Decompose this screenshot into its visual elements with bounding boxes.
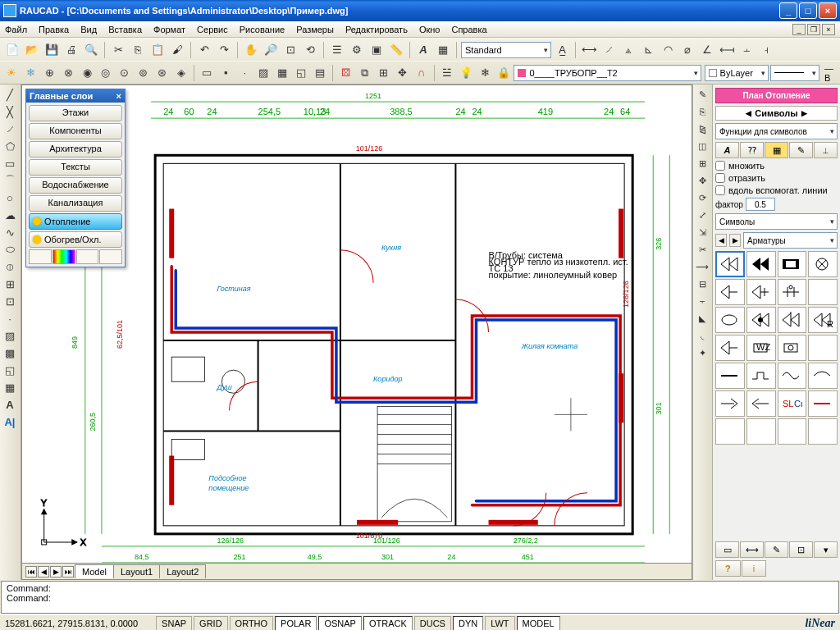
layer-tool4[interactable] [99,249,122,264]
rtb-stretch-icon[interactable]: ⇲ [694,224,710,240]
sym-valve11[interactable] [778,307,807,333]
sym-arrow1[interactable] [715,390,745,417]
block-icon[interactable]: ▣ [368,41,386,59]
layer-btn-hvac[interactable]: Обогрев/Охл. [29,231,122,248]
sym-valve3[interactable] [778,251,807,277]
sym-mark1[interactable]: SLCu [778,390,807,417]
symbols-header[interactable]: ◀Символы▶ [715,106,838,121]
sym-valve14[interactable]: WZ [746,335,776,361]
status-lwt[interactable]: LWT [485,616,514,631]
linetype-combo[interactable] [770,65,819,81]
sym-prev-icon[interactable]: ◀ [715,234,727,247]
copy-icon[interactable]: ⎘ [129,41,147,59]
table3-icon[interactable]: ▦ [1,379,19,395]
zoom-win-icon[interactable]: ⊡ [281,41,299,59]
sheet-first-icon[interactable]: ⏮ [25,566,37,578]
color-combo[interactable]: ByLayer [705,65,769,81]
status-snap[interactable]: SNAP [156,616,192,631]
match-icon[interactable]: 🖌 [168,41,186,59]
style-btn-icon[interactable]: A̲ [553,41,571,59]
sheet-last-icon[interactable]: ⏭ [62,566,74,578]
rp-tb4[interactable]: ✎ [789,142,813,158]
rtb-extend-icon[interactable]: ⟶ [694,258,710,275]
offset-icon[interactable]: ⧉ [356,64,373,82]
layer-btn-floors[interactable]: Этажи [29,105,122,121]
rtb-chamfer-icon[interactable]: ◣ [694,310,710,326]
sym-valve9[interactable] [715,307,745,333]
sym-valve7[interactable] [778,279,807,305]
gradient-icon[interactable]: ▦ [274,64,291,82]
text-icon[interactable]: A [414,41,432,59]
measure-icon[interactable]: 📏 [387,41,405,59]
rp-tb5[interactable]: ⟂ [814,142,838,158]
mirror-icon[interactable]: ⚄ [337,64,354,82]
rtb-join-icon[interactable]: ⫟ [694,293,710,309]
tab-layout1[interactable]: Layout1 [113,564,160,578]
tool10-icon[interactable]: ◈ [172,64,189,82]
layer-combo[interactable]: 0____ТРУБОПР__Т2 [514,65,701,81]
status-ortho[interactable]: ORTHO [230,616,274,631]
sym-line4[interactable] [808,363,838,389]
sym-ext1[interactable] [715,418,745,445]
dim-linear-icon[interactable]: ⟷ [580,41,598,59]
sym-line2[interactable] [746,363,776,389]
zoom-rt-icon[interactable]: 🔎 [262,41,280,59]
status-osnap[interactable]: OSNAP [318,616,362,631]
text-style-combo[interactable]: Standard [461,42,551,58]
sym-valve16[interactable] [808,335,838,361]
rp-bottom5[interactable]: ▾ [814,541,838,558]
symbol-func-combo[interactable]: Функции для символов [715,123,838,139]
dim-angular-icon[interactable]: ∠ [698,41,716,59]
menu-format[interactable]: Формат [153,25,185,34]
open-icon[interactable]: 📂 [23,41,41,59]
status-model[interactable]: MODEL [517,616,560,631]
cut-icon[interactable]: ✂ [109,41,127,59]
rp-help-icon[interactable]: ? [715,560,741,577]
tool6-icon[interactable]: ◎ [98,64,115,82]
sym-valve4[interactable] [808,251,838,277]
mtext-icon[interactable]: A [1,396,19,413]
sym-ext4[interactable] [808,418,838,445]
rp-tb1[interactable]: A [715,142,739,158]
status-polar[interactable]: POLAR [275,616,317,631]
magnet-icon[interactable]: ∩ [413,64,430,82]
menu-insert[interactable]: Вставка [108,25,142,34]
tab-layout2[interactable]: Layout2 [159,564,206,578]
menu-file[interactable]: Файл [5,25,27,34]
mtext2-icon[interactable]: A| [1,413,19,430]
pan-icon[interactable]: ✋ [242,41,260,59]
rtb-break-icon[interactable]: ⊟ [694,276,710,292]
rtb-offset-icon[interactable]: ◫ [694,138,710,154]
dim-aligned-icon[interactable]: ⟋ [600,41,618,59]
save-icon[interactable]: 💾 [43,41,61,59]
menu-edit[interactable]: Правка [39,25,69,34]
rectangle-icon[interactable]: ▭ [1,155,19,171]
menu-window[interactable]: Окно [419,25,441,34]
polygon-icon[interactable]: ⬠ [1,138,19,154]
table2-icon[interactable]: ▤ [311,64,328,82]
layer-btn-architecture[interactable]: Архитектура [29,141,122,158]
rtb-copy-icon[interactable]: ⎘ [694,103,710,120]
tool8-icon[interactable]: ⊚ [135,64,152,82]
status-grid[interactable]: GRID [194,616,228,631]
dim-quick-icon[interactable]: ⟻ [718,41,736,59]
dim-ordinate-icon[interactable]: ⊾ [639,41,657,59]
tool4-icon[interactable]: ⊗ [60,64,77,82]
sym-valve1[interactable] [715,251,745,277]
rtb-scale-icon[interactable]: ⤢ [694,207,710,223]
sym-valve13[interactable] [715,335,745,361]
dim-baseline-icon[interactable]: ⫠ [737,41,756,59]
gradient2-icon[interactable]: ▩ [1,345,19,361]
command-line[interactable]: Command: Command: [1,581,839,614]
rtb-array-icon[interactable]: ⊞ [694,155,710,171]
paste-icon[interactable]: 📋 [148,41,167,59]
dim-continue-icon[interactable]: ⫞ [757,41,775,59]
ellipsearc-icon[interactable]: ⦶ [1,258,19,275]
layer-btn-sewage[interactable]: Канализация [29,195,122,212]
insert-icon[interactable]: ⊞ [1,276,19,292]
tool9-icon[interactable]: ⊛ [153,64,171,82]
chk-multiply[interactable]: множить [715,161,838,171]
mdi-restore-button[interactable]: ❐ [807,24,820,35]
spline-icon[interactable]: ∿ [1,224,19,240]
rp-bottom3[interactable]: ✎ [765,541,788,558]
